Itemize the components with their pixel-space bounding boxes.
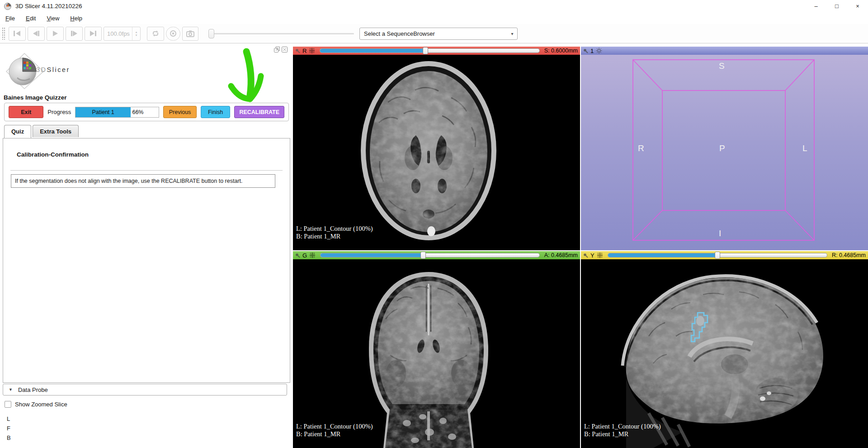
yellow-slider-fill [608,253,717,257]
next-frame-button[interactable] [66,27,83,41]
fps-value: 100.0fps [104,30,132,37]
axis-label-left: L [802,143,807,153]
view-menu-icon[interactable] [309,252,316,258]
previous-frame-icon [32,30,40,37]
show-zoomed-slice-row: Show Zoomed Slice [5,401,67,408]
toolbar-drag-handle[interactable] [2,27,6,40]
sequence-browser-select[interactable]: Select a SequenceBrowser ▾ [359,28,518,40]
red-slice-slider[interactable] [320,48,539,53]
view-menu-icon[interactable] [309,48,315,54]
tab-quiz[interactable]: Quiz [4,125,31,138]
red-overlay-text: L: Patient 1_Contour (100%)B: Patient 1_… [296,225,373,240]
axis-label-right: R [638,143,644,153]
popup-panel-icon[interactable] [274,47,280,52]
data-probe-label: Data Probe [18,386,48,393]
slider-handle[interactable] [208,29,214,38]
loop-button[interactable] [147,27,164,41]
finish-button[interactable]: Finish [201,106,231,118]
window-title: 3D Slicer 4.11.20210226 [15,3,82,10]
yellow-view-body[interactable]: L: Patient 1_Contour (100%)B: Patient 1_… [581,259,868,448]
tab-extra-tools[interactable]: Extra Tools [33,125,79,137]
pin-icon[interactable] [295,48,300,53]
axial-mri-image [293,55,580,250]
threed-view: 1 S R P L I [581,47,868,250]
menu-edit[interactable]: Edit [26,15,36,22]
close-button[interactable]: × [847,0,868,12]
green-slice-slider[interactable] [320,253,540,257]
sequence-browser-value: Select a SequenceBrowser [364,30,435,37]
loop-icon [151,30,160,37]
record-button[interactable] [166,27,180,41]
red-view-bar: R S: 0.6000mm [293,47,580,55]
yellow-slice-slider[interactable] [608,253,827,257]
spin-view-icon[interactable] [596,48,602,54]
menu-file[interactable]: File [5,15,15,22]
view-menu-icon[interactable] [597,252,603,258]
quizzer-button-row: Exit Progress Patient 1 66% Previous Fin… [4,103,289,121]
last-frame-icon [89,30,97,37]
yellow-view-label: Y [590,252,594,259]
show-zoomed-slice-checkbox[interactable] [5,401,11,408]
threed-view-body[interactable]: S R P L I [581,55,868,250]
green-slider-handle[interactable] [420,252,426,259]
menu-view[interactable]: View [47,15,59,22]
coronal-mri-image [293,259,580,448]
viewport-grid: R S: 0.6000mm [293,43,868,448]
menu-help[interactable]: Help [70,15,82,22]
slicer-logo-text: 3DSlicer [36,66,70,73]
exit-button[interactable]: Exit [9,106,43,118]
progress-percent-label: 66% [132,107,143,117]
slider-groove [214,33,354,34]
probe-row-l: L [7,415,10,422]
yellow-view-bar: Y R: 0.4685mm [581,251,868,259]
green-view-label: G [302,252,307,259]
threed-view-bar: 1 [581,47,868,55]
green-view-body[interactable]: L: Patient 1_Contour (100%)B: Patient 1_… [293,259,580,448]
close-panel-icon[interactable] [282,47,288,52]
sagittal-mri-image [581,259,868,448]
play-icon [52,30,58,37]
play-button[interactable] [47,27,64,41]
menu-bar: File Edit View Help [0,12,868,24]
sequence-toolbar: 100.0fps ▴▾ Select a SequenceBrowser ▾ [0,24,868,43]
quiz-tab-pane: Calibration-Confirmation If the segmenta… [3,138,290,383]
red-slider-fill [320,49,425,52]
first-frame-button[interactable] [9,27,26,41]
yellow-slider-handle[interactable] [715,252,720,259]
chevron-down-icon: ▾ [507,31,517,36]
previous-frame-button[interactable] [28,27,45,41]
green-view-bar: G A: 0.4685mm [293,251,580,259]
record-icon [170,30,177,37]
sequence-position-slider[interactable] [208,27,354,41]
last-frame-button[interactable] [85,27,102,41]
red-slider-handle[interactable] [423,47,428,54]
annotation-arrow [227,47,269,110]
screenshot-button[interactable] [182,27,198,41]
red-slice-offset: S: 0.6000mm [544,48,578,54]
fps-spin-arrows[interactable]: ▴▾ [132,27,140,40]
instruction-text: If the segmentation does not align with … [11,174,275,188]
recalibrate-button[interactable]: RECALIBRATE [234,106,284,118]
next-frame-icon [70,30,78,37]
yellow-overlay-text: L: Patient 1_Contour (100%)B: Patient 1_… [584,423,661,438]
progress-label: Progress [47,109,71,115]
maximize-button[interactable]: □ [826,0,847,12]
pin-icon[interactable] [295,253,300,258]
data-probe-header[interactable]: ▼ Data Probe [3,384,287,396]
axis-label-inferior: I [719,229,721,238]
show-zoomed-slice-label: Show Zoomed Slice [15,401,67,408]
pin-icon[interactable] [583,48,588,53]
pin-icon[interactable] [583,253,588,258]
red-view-body[interactable]: L: Patient 1_Contour (100%)B: Patient 1_… [293,55,580,250]
minimize-button[interactable]: – [806,0,826,12]
yellow-slice-offset: R: 0.4685mm [832,252,866,258]
red-view-label: R [302,48,307,54]
progress-bar: Patient 1 66% [75,107,159,118]
first-frame-icon [13,30,21,37]
collapse-arrow-icon: ▼ [9,387,13,392]
previous-button[interactable]: Previous [163,106,196,118]
fps-spinbox[interactable]: 100.0fps ▴▾ [104,27,141,41]
green-slice-offset: A: 0.4685mm [544,252,578,258]
title-bar: 3D Slicer 4.11.20210226 – □ × [0,0,868,12]
module-title: Baines Image Quizzer [4,94,67,101]
